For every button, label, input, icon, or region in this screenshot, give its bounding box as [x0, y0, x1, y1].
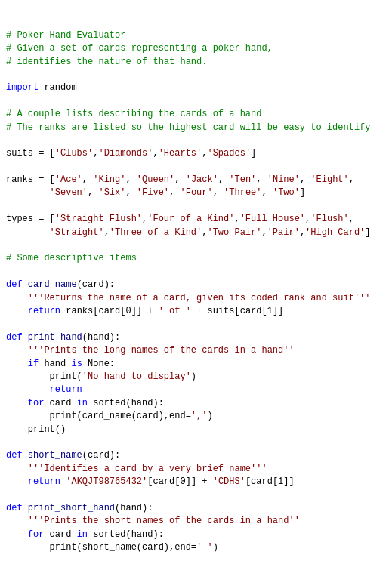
code-line — [6, 319, 11, 329]
code-line: '''Prints the long names of the cards in… — [6, 345, 295, 356]
code-line — [6, 69, 11, 80]
code-editor: # Poker Hand Evaluator # Given a set of … — [0, 0, 392, 567]
code-line: # The ranks are listed so the highest ca… — [6, 122, 370, 133]
code-line: print(card_name(card),end=',') — [6, 411, 213, 421]
code-line: def print_hand(hand): — [6, 332, 120, 343]
code-line — [6, 96, 11, 106]
code-line: suits = ['Clubs','Diamonds','Hearts','Sp… — [6, 148, 256, 159]
code-line: types = ['Straight Flush','Four of a Kin… — [6, 214, 354, 224]
code-line: '''Returns the name of a card, given its… — [6, 293, 371, 304]
code-line — [6, 437, 11, 448]
code-line: # A couple lists describing the cards of… — [6, 109, 261, 119]
code-line: '''Identifies a card by a very brief nam… — [6, 464, 267, 474]
code-line: def print_short_hand(hand): — [6, 503, 153, 513]
code-line: # Given a set of cards representing a po… — [6, 43, 273, 54]
code-line — [6, 555, 11, 565]
code-line: def short_name(card): — [6, 450, 120, 461]
code-line: # Poker Hand Evaluator — [6, 30, 125, 41]
code-line — [6, 201, 11, 211]
code-line: return ranks[card[0]] + ' of ' + suits[c… — [6, 306, 283, 316]
code-line — [6, 489, 11, 500]
code-line: # identifies the nature of that hand. — [6, 57, 207, 67]
code-line: return 'AKQJT98765432'[card[0]] + 'CDHS'… — [6, 476, 295, 487]
code-line: def card_name(card): — [6, 279, 115, 290]
code-line: print(short_name(card),end=' ') — [6, 542, 218, 553]
code-line: print('No hand to display') — [6, 371, 196, 382]
code-line: # Some descriptive items — [6, 253, 137, 263]
code-line: print() — [6, 424, 66, 435]
code-line — [6, 240, 11, 251]
code-line: ranks = ['Ace', 'King', 'Queen', 'Jack',… — [6, 174, 354, 185]
code-line: for card in sorted(hand): — [6, 529, 164, 540]
code-line: for card in sorted(hand): — [6, 398, 164, 408]
code-line: '''Prints the short names of the cards i… — [6, 516, 300, 526]
code-line: 'Seven', 'Six', 'Five', 'Four', 'Three',… — [6, 187, 305, 198]
code-line — [6, 135, 11, 146]
code-line: if hand is None: — [6, 359, 115, 369]
code-line: return — [6, 384, 82, 395]
code-line: 'Straight','Three of a Kind','Two Pair',… — [6, 227, 371, 238]
code-line — [6, 267, 11, 277]
code-line: import random — [6, 82, 77, 93]
code-line — [6, 162, 11, 172]
